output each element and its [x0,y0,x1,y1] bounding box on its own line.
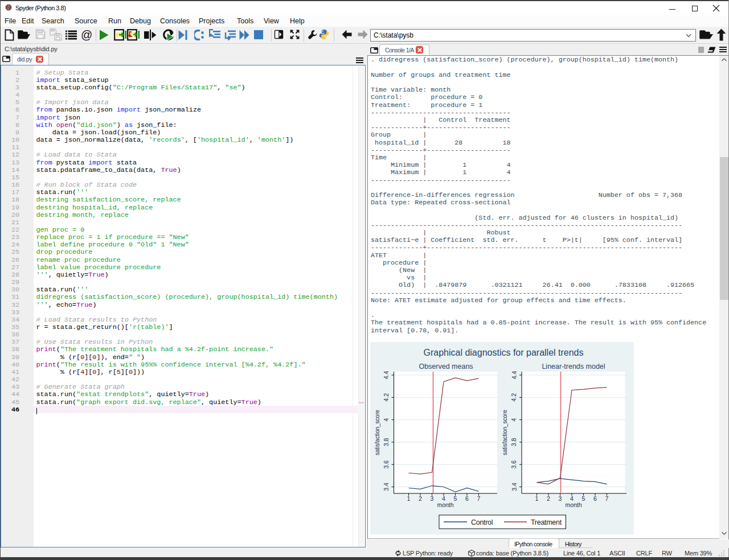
svg-text:3.8: 3.8 [383,438,390,446]
svg-text:month: month [565,501,581,508]
svg-text:4.2: 4.2 [383,393,390,402]
svg-text:1: 1 [535,495,539,502]
svg-text:3.4: 3.4 [383,483,390,491]
svg-text:6: 6 [465,495,469,502]
svg-text:Observed means: Observed means [419,363,473,370]
svg-text:satisfaction_score: satisfaction_score [374,410,380,455]
svg-text:4.4: 4.4 [383,371,390,380]
svg-text:3.8: 3.8 [511,438,518,446]
svg-text:Control: Control [471,518,493,526]
svg-text:5: 5 [454,495,457,502]
svg-text:7: 7 [605,495,609,502]
svg-text:3.6: 3.6 [511,460,518,469]
svg-text:2: 2 [419,495,422,502]
svg-text:7: 7 [477,495,481,502]
svg-text:6: 6 [593,495,597,502]
svg-text:Treatment: Treatment [531,518,562,526]
svg-text:Graphical diagnostics for para: Graphical diagnostics for parallel trend… [423,348,583,357]
svg-text:1: 1 [407,495,411,502]
svg-text:Linear-trends model: Linear-trends model [542,363,605,370]
svg-text:4.4: 4.4 [511,371,518,380]
svg-text:satisfaction_score: satisfaction_score [502,410,508,455]
svg-text:3.6: 3.6 [383,460,390,469]
svg-text:3: 3 [559,495,562,502]
svg-text:month: month [437,501,453,508]
svg-text:3.4: 3.4 [511,483,518,491]
svg-text:4: 4 [383,418,390,422]
svg-text:5: 5 [582,495,585,502]
svg-text:3: 3 [431,495,434,502]
svg-text:4.2: 4.2 [511,393,518,402]
svg-text:2: 2 [547,495,550,502]
svg-text:4: 4 [511,418,518,422]
